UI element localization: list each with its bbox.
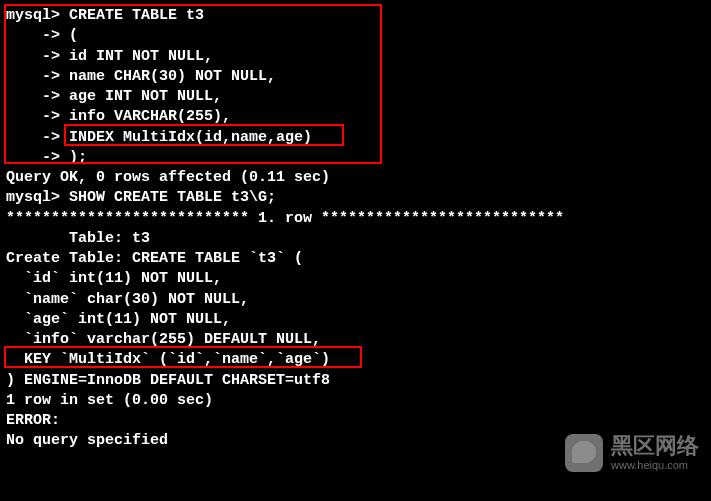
terminal-line: -> name CHAR(30) NOT NULL, — [6, 67, 705, 87]
terminal-line: -> INDEX MultiIdx(id,name,age) — [6, 128, 705, 148]
terminal-line: `id` int(11) NOT NULL, — [6, 269, 705, 289]
terminal-line: `info` varchar(255) DEFAULT NULL, — [6, 330, 705, 350]
terminal-line: -> ( — [6, 26, 705, 46]
watermark-logo-icon — [565, 434, 603, 472]
terminal-line: KEY `MultiIdx` (`id`,`name`,`age`) — [6, 350, 705, 370]
terminal-line: Query OK, 0 rows affected (0.11 sec) — [6, 168, 705, 188]
terminal-output: mysql> CREATE TABLE t3 -> ( -> id INT NO… — [6, 6, 705, 452]
terminal-line: `name` char(30) NOT NULL, — [6, 290, 705, 310]
watermark: 黑区网络 www.heiqu.com — [565, 434, 699, 473]
terminal-line: -> info VARCHAR(255), — [6, 107, 705, 127]
terminal-line: 1 row in set (0.00 sec) — [6, 391, 705, 411]
terminal-line: -> id INT NOT NULL, — [6, 47, 705, 67]
terminal-line: `age` int(11) NOT NULL, — [6, 310, 705, 330]
terminal-line: mysql> SHOW CREATE TABLE t3\G; — [6, 188, 705, 208]
terminal-line: -> ); — [6, 148, 705, 168]
watermark-url: www.heiqu.com — [611, 458, 699, 473]
terminal-line: -> age INT NOT NULL, — [6, 87, 705, 107]
watermark-title: 黑区网络 — [611, 434, 699, 458]
terminal-line: ) ENGINE=InnoDB DEFAULT CHARSET=utf8 — [6, 371, 705, 391]
terminal-line: *************************** 1. row *****… — [6, 209, 705, 229]
terminal-line: Create Table: CREATE TABLE `t3` ( — [6, 249, 705, 269]
terminal-line: ERROR: — [6, 411, 705, 431]
terminal-line: mysql> CREATE TABLE t3 — [6, 6, 705, 26]
terminal-line: Table: t3 — [6, 229, 705, 249]
